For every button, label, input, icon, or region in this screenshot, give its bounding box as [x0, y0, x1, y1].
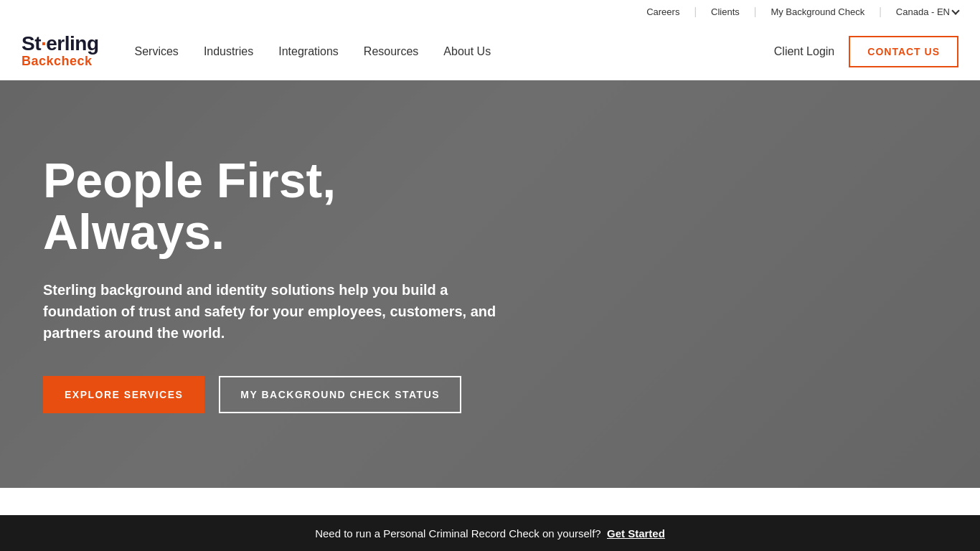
bottom-banner-text: Need to run a Personal Criminal Record C…: [315, 527, 665, 540]
logo-dot-accent: ·: [41, 32, 46, 55]
main-nav: St·erling Backcheck Services Industries …: [0, 23, 980, 80]
nav-item-industries[interactable]: Industries: [204, 42, 253, 62]
explore-services-button[interactable]: EXPLORE SERVICES: [43, 376, 204, 413]
lang-label: Canada - EN: [896, 6, 950, 17]
careers-link[interactable]: Careers: [646, 6, 679, 17]
client-login-link[interactable]: Client Login: [774, 45, 835, 58]
nav-item-resources[interactable]: Resources: [364, 42, 418, 62]
my-background-check-link[interactable]: My Background Check: [771, 6, 864, 17]
language-selector[interactable]: Canada - EN: [896, 6, 958, 17]
nav-item-about-us[interactable]: About Us: [443, 42, 491, 62]
hero-section: People First, Always. Sterling backgroun…: [0, 80, 980, 488]
utility-bar: Careers | Clients | My Background Check …: [0, 0, 980, 23]
nav-links: Services Industries Integrations Resourc…: [135, 42, 774, 62]
bottom-banner-label: Need to run a Personal Criminal Record C…: [315, 527, 601, 540]
bottom-banner: Need to run a Personal Criminal Record C…: [0, 515, 980, 551]
logo[interactable]: St·erling Backcheck: [22, 34, 99, 70]
get-started-link[interactable]: Get Started: [607, 527, 665, 540]
hero-headline-line1: People First,: [43, 153, 336, 207]
my-background-check-status-button[interactable]: MY BACKGROUND CHECK STATUS: [219, 376, 461, 413]
hero-headline-line2: Always.: [43, 204, 225, 259]
hero-buttons: EXPLORE SERVICES MY BACKGROUND CHECK STA…: [43, 376, 517, 413]
divider-1: |: [694, 6, 697, 17]
clients-link[interactable]: Clients: [711, 6, 740, 17]
nav-item-integrations[interactable]: Integrations: [278, 42, 339, 62]
chevron-down-icon: [951, 6, 959, 14]
hero-subtext: Sterling background and identity solutio…: [43, 279, 517, 344]
nav-right: Client Login CONTACT US: [774, 36, 958, 67]
hero-content: People First, Always. Sterling backgroun…: [0, 155, 560, 413]
hero-headline: People First, Always.: [43, 155, 517, 258]
logo-sterling: St·erling: [22, 34, 99, 54]
nav-item-services[interactable]: Services: [135, 42, 179, 62]
divider-2: |: [754, 6, 757, 17]
logo-backcheck: Backcheck: [22, 54, 99, 70]
divider-3: |: [879, 6, 882, 17]
contact-us-button[interactable]: CONTACT US: [849, 36, 958, 67]
